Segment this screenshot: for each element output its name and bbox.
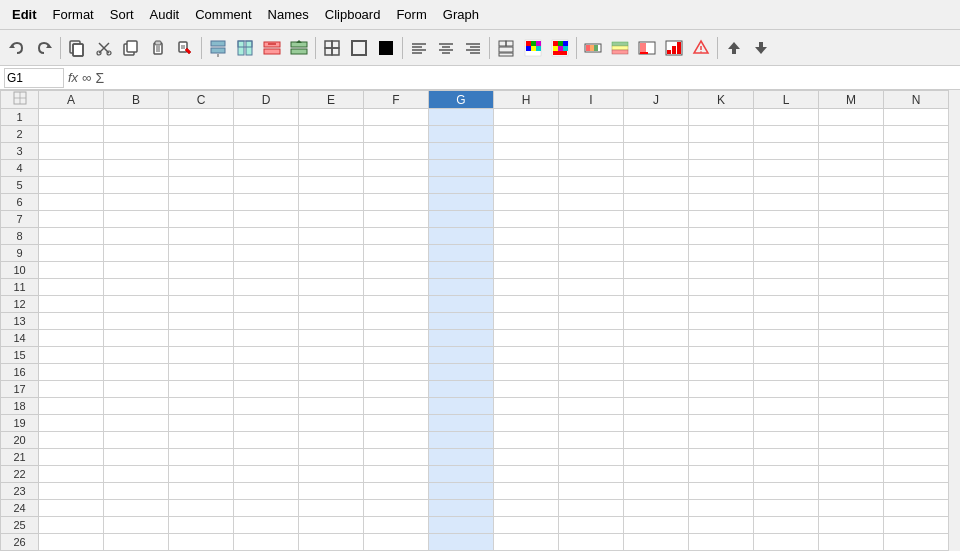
col-header-i[interactable]: I bbox=[559, 91, 624, 109]
cell-B19[interactable] bbox=[104, 415, 169, 432]
cell-H16[interactable] bbox=[494, 364, 559, 381]
cell-B11[interactable] bbox=[104, 279, 169, 296]
cell-A7[interactable] bbox=[39, 211, 104, 228]
cell-J14[interactable] bbox=[624, 330, 689, 347]
cell-H6[interactable] bbox=[494, 194, 559, 211]
cell-G1[interactable] bbox=[429, 109, 494, 126]
cell-B17[interactable] bbox=[104, 381, 169, 398]
cond-format4-button[interactable] bbox=[661, 35, 687, 61]
row-header-14[interactable]: 14 bbox=[1, 330, 39, 347]
cell-G26[interactable] bbox=[429, 534, 494, 551]
cell-C26[interactable] bbox=[169, 534, 234, 551]
align-left-button[interactable] bbox=[406, 35, 432, 61]
cell-N5[interactable] bbox=[884, 177, 949, 194]
cell-K16[interactable] bbox=[689, 364, 754, 381]
menu-comment[interactable]: Comment bbox=[187, 3, 259, 26]
cell-N24[interactable] bbox=[884, 500, 949, 517]
cell-N4[interactable] bbox=[884, 160, 949, 177]
cell-I6[interactable] bbox=[559, 194, 624, 211]
col-header-n[interactable]: N bbox=[884, 91, 949, 109]
cell-B21[interactable] bbox=[104, 449, 169, 466]
cell-J4[interactable] bbox=[624, 160, 689, 177]
cell-C22[interactable] bbox=[169, 466, 234, 483]
cell-A21[interactable] bbox=[39, 449, 104, 466]
cell-J16[interactable] bbox=[624, 364, 689, 381]
cell-E18[interactable] bbox=[299, 398, 364, 415]
row-header-12[interactable]: 12 bbox=[1, 296, 39, 313]
cell-C6[interactable] bbox=[169, 194, 234, 211]
cell-D1[interactable] bbox=[234, 109, 299, 126]
cell-J17[interactable] bbox=[624, 381, 689, 398]
cell-A17[interactable] bbox=[39, 381, 104, 398]
cell-N8[interactable] bbox=[884, 228, 949, 245]
cell-C16[interactable] bbox=[169, 364, 234, 381]
select-all-corner[interactable] bbox=[1, 91, 39, 109]
cell-C3[interactable] bbox=[169, 143, 234, 160]
cell-G4[interactable] bbox=[429, 160, 494, 177]
cell-D8[interactable] bbox=[234, 228, 299, 245]
cell-F17[interactable] bbox=[364, 381, 429, 398]
cell-E1[interactable] bbox=[299, 109, 364, 126]
cell-G18[interactable] bbox=[429, 398, 494, 415]
cell-E10[interactable] bbox=[299, 262, 364, 279]
redo-button[interactable] bbox=[31, 35, 57, 61]
row-header-7[interactable]: 7 bbox=[1, 211, 39, 228]
cell-J21[interactable] bbox=[624, 449, 689, 466]
cell-F16[interactable] bbox=[364, 364, 429, 381]
cell-I26[interactable] bbox=[559, 534, 624, 551]
cell-B4[interactable] bbox=[104, 160, 169, 177]
col-header-c[interactable]: C bbox=[169, 91, 234, 109]
cell-M8[interactable] bbox=[819, 228, 884, 245]
cell-L8[interactable] bbox=[754, 228, 819, 245]
cell-M1[interactable] bbox=[819, 109, 884, 126]
cell-G9[interactable] bbox=[429, 245, 494, 262]
cell-D2[interactable] bbox=[234, 126, 299, 143]
row-header-10[interactable]: 10 bbox=[1, 262, 39, 279]
cell-N25[interactable] bbox=[884, 517, 949, 534]
cell-J24[interactable] bbox=[624, 500, 689, 517]
cell-D26[interactable] bbox=[234, 534, 299, 551]
cell-A14[interactable] bbox=[39, 330, 104, 347]
cell-B10[interactable] bbox=[104, 262, 169, 279]
cell-H14[interactable] bbox=[494, 330, 559, 347]
cell-N7[interactable] bbox=[884, 211, 949, 228]
row-header-17[interactable]: 17 bbox=[1, 381, 39, 398]
cell-B5[interactable] bbox=[104, 177, 169, 194]
cell-J10[interactable] bbox=[624, 262, 689, 279]
cell-H2[interactable] bbox=[494, 126, 559, 143]
cell-I7[interactable] bbox=[559, 211, 624, 228]
cell-C20[interactable] bbox=[169, 432, 234, 449]
cell-G3[interactable] bbox=[429, 143, 494, 160]
cell-J2[interactable] bbox=[624, 126, 689, 143]
sheet-table-wrapper[interactable]: ABCDEFGHIJKLMN 1234567891011121314151617… bbox=[0, 90, 960, 551]
cell-J6[interactable] bbox=[624, 194, 689, 211]
cell-I21[interactable] bbox=[559, 449, 624, 466]
cell-N22[interactable] bbox=[884, 466, 949, 483]
cell-C25[interactable] bbox=[169, 517, 234, 534]
cell-G13[interactable] bbox=[429, 313, 494, 330]
cell-M17[interactable] bbox=[819, 381, 884, 398]
menu-format[interactable]: Format bbox=[45, 3, 102, 26]
cell-J25[interactable] bbox=[624, 517, 689, 534]
row-header-8[interactable]: 8 bbox=[1, 228, 39, 245]
cell-N23[interactable] bbox=[884, 483, 949, 500]
cell-K22[interactable] bbox=[689, 466, 754, 483]
cell-F6[interactable] bbox=[364, 194, 429, 211]
merge-cells-button[interactable] bbox=[232, 35, 258, 61]
row-header-16[interactable]: 16 bbox=[1, 364, 39, 381]
cell-border-outer-button[interactable] bbox=[346, 35, 372, 61]
cell-L6[interactable] bbox=[754, 194, 819, 211]
cell-M24[interactable] bbox=[819, 500, 884, 517]
cell-L24[interactable] bbox=[754, 500, 819, 517]
cell-L2[interactable] bbox=[754, 126, 819, 143]
cond-format1-button[interactable] bbox=[580, 35, 606, 61]
cell-shading-button[interactable] bbox=[373, 35, 399, 61]
cell-B20[interactable] bbox=[104, 432, 169, 449]
row-header-2[interactable]: 2 bbox=[1, 126, 39, 143]
cell-F7[interactable] bbox=[364, 211, 429, 228]
cell-M14[interactable] bbox=[819, 330, 884, 347]
cell-L18[interactable] bbox=[754, 398, 819, 415]
cell-G10[interactable] bbox=[429, 262, 494, 279]
cell-N19[interactable] bbox=[884, 415, 949, 432]
cell-M18[interactable] bbox=[819, 398, 884, 415]
